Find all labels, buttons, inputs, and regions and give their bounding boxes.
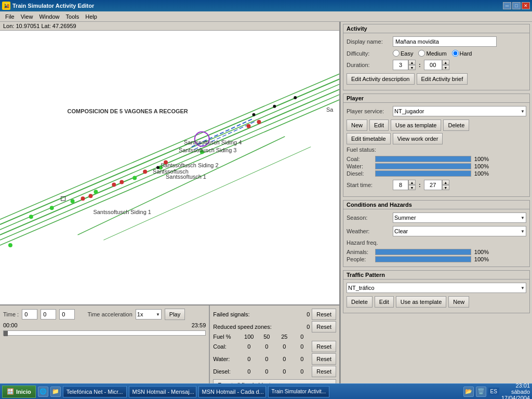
traffic-pattern-select[interactable]: NT_tráfico — [347, 283, 526, 293]
duration-minutes-down[interactable]: ▼ — [442, 65, 449, 70]
taskbar-app-2[interactable]: MSN Hotmail - Mensaj... — [129, 386, 196, 397]
failed-reset-btn[interactable]: Reset — [312, 309, 336, 320]
diesel-val-3: 0 — [294, 368, 310, 375]
coal-fuel-label: Coal: — [347, 156, 375, 162]
tray-recycler-icon[interactable]: 🗑️ — [476, 387, 486, 397]
weather-label: Weather: — [347, 228, 391, 234]
coal-val-1: 0 — [259, 343, 274, 350]
minimize-button[interactable]: ─ — [503, 2, 511, 9]
traffic-delete-btn[interactable]: Delete — [347, 296, 373, 308]
traffic-header: Traffic Pattern — [343, 271, 529, 280]
people-hazard-row: People: 100% — [347, 256, 526, 262]
duration-hours-input[interactable] — [393, 60, 408, 70]
animals-pct: 100% — [473, 249, 489, 255]
difficulty-hard[interactable]: Hard — [452, 50, 472, 57]
menu-window[interactable]: Window — [36, 12, 62, 21]
time-label: Time : — [3, 311, 19, 317]
taskbar-app-3[interactable]: MSN Hotmail - Cada d... — [198, 386, 266, 397]
svg-point-15 — [119, 180, 124, 184]
progress-bar[interactable] — [3, 330, 206, 336]
start-button[interactable]: 🪟 Inicio — [2, 385, 36, 398]
time-minutes-input[interactable] — [41, 309, 56, 320]
people-fill — [376, 257, 471, 262]
edit-brief-btn[interactable]: Edit Activity brief — [417, 73, 468, 85]
edit-description-btn[interactable]: Edit Activity description — [347, 73, 415, 85]
map-area: Lon: 10.97051 Lat: 47.26959 — [0, 22, 340, 388]
coal-fuel-fill — [376, 156, 471, 162]
conditions-header: Conditions and Hazards — [343, 201, 529, 209]
conditions-section: Conditions and Hazards Season: SummerSpr… — [343, 200, 530, 267]
taskbar-app-1[interactable]: Telefónica Net - Micr... — [63, 386, 127, 397]
animals-bar — [375, 249, 471, 255]
duration-minutes-input[interactable] — [424, 60, 442, 70]
traffic-edit-btn[interactable]: Edit — [375, 296, 394, 308]
map-viewport[interactable]: COMPOSICION DE 5 VAGONES A RECOGER Sants… — [0, 31, 339, 304]
duration-hours-up[interactable]: ▲ — [408, 60, 416, 65]
reduced-speed-val: 0 — [294, 324, 310, 330]
animals-label: Animals: — [347, 249, 375, 255]
taskbar-icon-2[interactable]: 📁 — [50, 387, 61, 397]
coal-reset-btn[interactable]: Reset — [312, 341, 336, 352]
start-hour-down[interactable]: ▼ — [408, 185, 416, 190]
view-work-order-btn[interactable]: View work order — [393, 133, 443, 144]
duration-hours-down[interactable]: ▼ — [408, 65, 416, 70]
menu-tools[interactable]: Tools — [63, 12, 83, 21]
diesel-reset-btn[interactable]: Reset — [312, 366, 336, 377]
animals-fill — [376, 249, 471, 255]
time-hours-input[interactable] — [22, 309, 37, 320]
maximize-button[interactable]: □ — [512, 2, 521, 9]
player-service-select[interactable]: NT_jugador — [393, 106, 526, 116]
taskbar-app-train[interactable]: Train Simulator Activit... — [268, 386, 330, 397]
player-delete-btn[interactable]: Delete — [443, 119, 469, 131]
failed-signals-label: Failed signals: — [213, 311, 294, 317]
reduced-speed-reset-btn[interactable]: Reset — [312, 321, 336, 332]
fuel-header-label: Fuel % — [213, 334, 239, 340]
water-fuel-bar — [375, 163, 471, 169]
fuel-col-100: 100 — [241, 334, 257, 340]
menu-file[interactable]: File — [2, 12, 18, 21]
weather-select[interactable]: ClearOvercastRainSnow — [393, 226, 526, 236]
difficulty-radio-group: Easy Medium Hard — [393, 50, 472, 57]
acceleration-select[interactable]: 1x2x4x — [136, 309, 162, 320]
difficulty-medium[interactable]: Medium — [418, 50, 446, 57]
water-fuel-pct: 100% — [473, 163, 489, 169]
water-reset-btn[interactable]: Reset — [312, 353, 336, 365]
signals-water-label: Water: — [213, 356, 239, 362]
svg-text:Santssoftusch Siding 4: Santssoftusch Siding 4 — [184, 139, 242, 145]
traffic-use-as-template-btn[interactable]: Use as template — [396, 296, 446, 308]
display-name-input[interactable] — [393, 36, 497, 47]
player-new-btn[interactable]: New — [347, 119, 367, 131]
season-select[interactable]: SummerSpringAutumnWinter — [393, 212, 526, 223]
taskbar-icon-1[interactable]: 🌐 — [38, 387, 48, 397]
activity-header: Activity — [343, 24, 529, 33]
play-button[interactable]: Play — [165, 309, 185, 320]
edit-timetable-btn[interactable]: Edit timetable — [347, 133, 391, 144]
menu-help[interactable]: Help — [82, 12, 100, 21]
time-seconds-input[interactable] — [59, 309, 75, 320]
close-button[interactable]: ✕ — [522, 2, 530, 9]
start-hour-spinner: ▲ ▼ — [393, 180, 416, 190]
start-minute-up[interactable]: ▲ — [442, 180, 449, 185]
svg-point-12 — [81, 196, 85, 201]
player-use-as-template-btn[interactable]: Use as template — [391, 119, 441, 131]
tray-explorer-icon[interactable]: 📂 — [463, 387, 474, 397]
menu-view[interactable]: View — [18, 12, 36, 21]
start-hour-input[interactable] — [393, 180, 408, 190]
start-label: Inicio — [16, 389, 31, 395]
svg-text:COMPOSICION DE 5 VAGONES A REC: COMPOSICION DE 5 VAGONES A RECOGER — [68, 108, 188, 114]
start-minute-down[interactable]: ▼ — [442, 185, 449, 190]
time-start: 00:00 — [3, 322, 18, 328]
start-minute-input[interactable] — [424, 180, 442, 190]
player-service-label: Player service: — [347, 108, 391, 114]
traffic-section: Traffic Pattern NT_tráfico ▼ Delete Edit… — [343, 270, 530, 313]
reduced-speed-label: Reduced speed zones: — [213, 324, 294, 330]
difficulty-easy[interactable]: Easy — [393, 50, 413, 57]
svg-point-16 — [143, 169, 147, 174]
menu-bar: File View Window Tools Help — [0, 11, 532, 22]
traffic-new-btn[interactable]: New — [448, 296, 469, 308]
duration-minutes-up[interactable]: ▲ — [442, 60, 449, 65]
player-edit-btn[interactable]: Edit — [369, 119, 389, 131]
people-bar — [375, 256, 471, 262]
start-hour-up[interactable]: ▲ — [408, 180, 416, 185]
progress-thumb[interactable] — [4, 331, 8, 336]
